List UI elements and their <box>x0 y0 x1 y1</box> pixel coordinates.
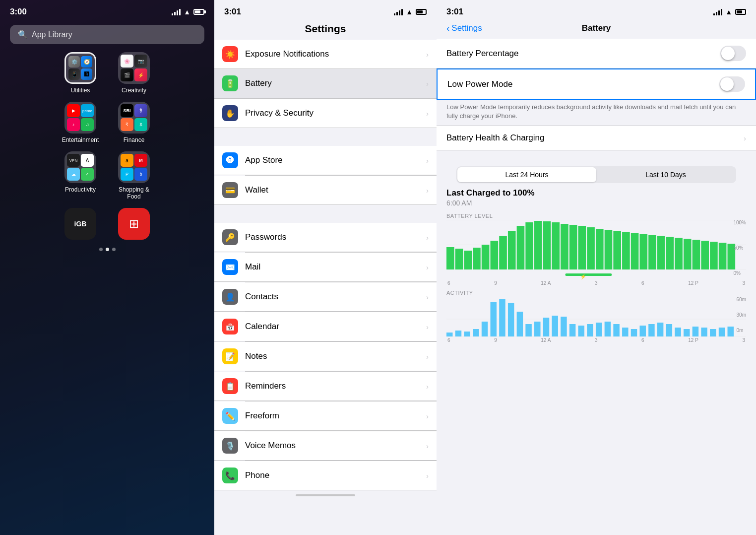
settings-row-reminders[interactable]: 📋 Reminders › <box>214 372 437 401</box>
settings-row-exposure[interactable]: ☀️ Exposure Notifications › <box>214 40 437 68</box>
activity-y-labels: 60m 30m 0m <box>737 297 746 333</box>
act-y-60m: 60m <box>737 297 746 302</box>
battery-health-row[interactable]: Battery Health & Charging › <box>437 126 756 150</box>
settings-row-notes[interactable]: 📝 Notes › <box>214 342 437 371</box>
act-x-9: 9 <box>494 337 497 343</box>
settings-row-contacts[interactable]: 👤 Contacts › <box>214 282 437 312</box>
folder-productivity[interactable]: VPN A ☁ ✓ Productivity <box>59 151 102 200</box>
folder-creativity[interactable]: 🌸 📷 🎬 ⚡ Creativity <box>112 52 156 94</box>
app-grid: ⚙️ 🧭 📱 🅰 Utilities 🌸 📷 🎬 ⚡ Creativity <box>0 52 214 251</box>
mini-icon-photos: 🌸 <box>121 55 133 67</box>
mail-icon: ✉️ <box>222 259 238 275</box>
y-label-50: 50% <box>733 245 746 251</box>
contacts-icon: 👤 <box>222 289 238 305</box>
reminders-icon: 📋 <box>222 378 238 394</box>
battery-chevron: › <box>426 79 429 88</box>
voicememos-chevron: › <box>426 442 429 450</box>
battery-chart-svg: ⚡ <box>446 220 746 284</box>
mail-chevron: › <box>426 263 429 271</box>
svg-rect-34 <box>719 243 727 269</box>
svg-rect-25 <box>639 234 647 269</box>
svg-rect-11 <box>517 226 525 269</box>
settings-row-calendar[interactable]: 📅 Calendar › <box>214 312 437 341</box>
svg-rect-5 <box>464 251 472 269</box>
passwords-icon-char: 🔑 <box>225 233 235 242</box>
svg-rect-14 <box>543 221 551 269</box>
mini-music: ♪ <box>67 118 80 131</box>
app-label-entertainment: Entertainment <box>62 136 99 143</box>
x-label-3: 3 <box>595 280 598 286</box>
passwords-label: Passwords <box>245 232 426 242</box>
app-library-search[interactable]: 🔍 App Library <box>10 25 204 44</box>
app-row-bottom: iGB ⊞ <box>8 208 206 240</box>
svg-rect-36 <box>566 273 612 276</box>
back-button[interactable]: ‹ Settings <box>446 23 482 34</box>
folder-utilities[interactable]: ⚙️ 🧭 📱 🅰 Utilities <box>59 52 102 94</box>
settings-row-privacy[interactable]: ✋ Privacy & Security › <box>214 99 437 128</box>
svg-rect-19 <box>587 227 595 269</box>
time-btn-10d[interactable]: Last 10 Days <box>596 167 735 182</box>
last-charged-title: Last Charged to 100% <box>446 188 746 198</box>
settings-row-voicememos[interactable]: 🎙️ Voice Memos › <box>214 431 437 461</box>
mini-fin4: $ <box>134 118 147 131</box>
status-icons-battery: ▲ <box>713 8 746 16</box>
settings-row-battery[interactable]: 🔋 Battery › <box>214 69 437 98</box>
svg-rect-10 <box>508 231 516 269</box>
battery-icon-settings <box>416 9 427 15</box>
settings-row-phone[interactable]: 📞 Phone › <box>214 461 437 490</box>
app-flipboard[interactable]: ⊞ <box>112 208 156 240</box>
status-time-settings: 3:01 <box>224 7 241 17</box>
contacts-icon-char: 👤 <box>225 292 235 302</box>
svg-rect-23 <box>622 232 630 269</box>
appstore-icon-char: 🅐 <box>226 156 234 165</box>
battery-percentage-toggle[interactable] <box>720 46 746 61</box>
app-row-entertainment: ▶ prime ♪ ♫ Entertainment SBI ₿ ₹ $ Fina… <box>8 102 206 143</box>
settings-row-appstore[interactable]: 🅐 App Store › <box>214 146 437 175</box>
svg-rect-21 <box>605 230 613 269</box>
phone-label: Phone <box>245 470 426 480</box>
act-y-30m: 30m <box>737 312 746 318</box>
battery-icon-char: 🔋 <box>225 79 235 88</box>
battery-percentage-label: Battery Percentage <box>446 49 720 59</box>
low-power-toggle[interactable] <box>719 76 745 92</box>
mini-icon-safari: 🧭 <box>81 56 92 67</box>
settings-row-wallet[interactable]: 💳 Wallet › <box>214 176 437 205</box>
x-label-9: 9 <box>494 280 497 286</box>
dot-2 <box>106 248 109 251</box>
folder-icon-shopping: a M P b <box>118 151 150 183</box>
appstore-chevron: › <box>426 156 429 165</box>
folder-icon-productivity: VPN A ☁ ✓ <box>64 151 96 183</box>
status-icons-home: ▲ <box>172 8 204 16</box>
app-igb[interactable]: iGB <box>59 208 102 240</box>
drag-indicator <box>296 494 355 496</box>
svg-rect-20 <box>596 229 604 269</box>
notes-chevron: › <box>426 352 429 361</box>
settings-row-passwords[interactable]: 🔑 Passwords › <box>214 223 437 252</box>
svg-rect-72 <box>719 328 725 336</box>
settings-row-freeform[interactable]: ✏️ Freeform › <box>214 401 437 431</box>
section-gap-battery <box>437 150 756 158</box>
battery-x-labels: 6 9 12 A 3 6 12 P 3 <box>446 280 746 286</box>
signal-icon-settings <box>394 9 403 15</box>
svg-rect-67 <box>675 328 681 336</box>
svg-rect-57 <box>587 324 593 336</box>
folder-finance[interactable]: SBI ₿ ₹ $ Finance <box>112 102 156 143</box>
act-x-6b: 6 <box>641 337 644 343</box>
folder-icon-creativity: 🌸 📷 🎬 ⚡ <box>118 52 150 84</box>
folder-entertainment[interactable]: ▶ prime ♪ ♫ Entertainment <box>59 102 102 143</box>
folder-shopping[interactable]: a M P b Shopping & Food <box>112 151 156 200</box>
wallet-icon: 💳 <box>222 182 238 198</box>
battery-health-chevron: › <box>744 134 746 142</box>
svg-rect-15 <box>552 222 560 269</box>
battery-content: Battery Percentage Low Power Mode Low Po… <box>437 39 756 343</box>
time-btn-24h[interactable]: Last 24 Hours <box>457 167 596 182</box>
activity-chart-label: ACTIVITY <box>446 290 746 296</box>
settings-row-mail[interactable]: ✉️ Mail › <box>214 253 437 282</box>
folder-icon-utilities: ⚙️ 🧭 📱 🅰 <box>64 52 96 84</box>
x-label-12p: 12 P <box>688 280 698 286</box>
mini-prod2: A <box>81 154 94 167</box>
reminders-icon-char: 📋 <box>225 382 235 391</box>
svg-rect-56 <box>578 326 584 336</box>
section-gap-1 <box>214 128 437 146</box>
svg-rect-66 <box>666 324 672 336</box>
